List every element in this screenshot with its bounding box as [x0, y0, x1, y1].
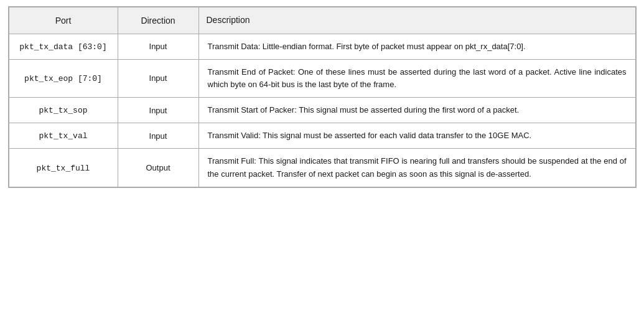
main-table: Port Direction Description pkt_tx_data [… [8, 6, 637, 188]
cell-port: pkt_tx_sop [9, 98, 118, 123]
cell-description: Transmit Start of Packer: This signal mu… [198, 98, 635, 123]
table-row: pkt_tx_eop [7:0]InputTransmit End of Pac… [9, 59, 635, 97]
cell-port: pkt_tx_data [63:0] [9, 34, 118, 59]
port-name: pkt_tx_sop [39, 106, 87, 115]
cell-direction: Output [118, 149, 198, 187]
port-name: pkt_tx_full [37, 164, 90, 173]
cell-direction: Input [118, 98, 198, 123]
table-header-row: Port Direction Description [9, 7, 635, 34]
cell-direction: Input [118, 34, 198, 59]
port-name: pkt_tx_eop [7:0] [24, 74, 102, 83]
table-row: pkt_tx_fullOutputTransmit Full: This sig… [9, 149, 635, 187]
cell-port: pkt_tx_val [9, 123, 118, 149]
header-port: Port [9, 7, 118, 34]
port-name: pkt_tx_data [63:0] [19, 42, 106, 52]
cell-description: Transmit End of Packet: One of these lin… [198, 59, 635, 97]
port-name: pkt_tx_val [39, 131, 87, 141]
table-row: pkt_tx_data [63:0]InputTransmit Data: Li… [9, 34, 635, 59]
cell-direction: Input [118, 59, 198, 97]
cell-description: Transmit Full: This signal indicates tha… [198, 149, 635, 187]
table-row: pkt_tx_valInputTransmit Valid: This sign… [9, 123, 635, 149]
cell-description: Transmit Valid: This signal must be asse… [198, 123, 635, 149]
cell-direction: Input [118, 123, 198, 149]
cell-port: pkt_tx_eop [7:0] [9, 59, 118, 97]
header-description: Description [198, 7, 635, 34]
cell-description: Transmit Data: Little-endian format. Fir… [198, 34, 635, 59]
cell-port: pkt_tx_full [9, 149, 118, 187]
header-direction: Direction [118, 7, 198, 34]
table-row: pkt_tx_sopInputTransmit Start of Packer:… [9, 98, 635, 123]
